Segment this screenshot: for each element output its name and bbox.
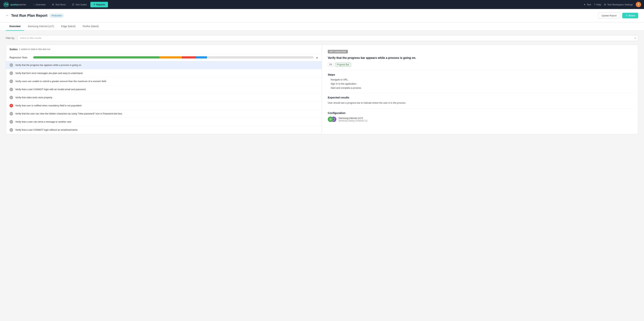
status-not-executed-icon: — xyxy=(10,120,13,124)
share-icon: ↗ xyxy=(626,14,628,17)
divider xyxy=(328,93,632,93)
page-header: ← Test Run Plan Report Production Update… xyxy=(0,9,644,22)
progress-segment-red xyxy=(182,56,196,59)
gear-small-icon: ⚙ xyxy=(52,3,54,6)
config-section-title: Configuration xyxy=(328,111,632,114)
tab-edge[interactable]: Edge (latest) xyxy=(58,22,79,31)
logo-text: qualitywatcher xyxy=(10,3,26,6)
overview-icon: ○ xyxy=(33,3,35,6)
status-not-executed-icon: — xyxy=(10,112,13,115)
snowflake-icon: ✦ xyxy=(584,3,586,6)
config-browser-name: Samsung Internet (v17) xyxy=(338,117,368,119)
tab-firefox[interactable]: Firefox (latest) xyxy=(79,22,102,31)
browser-icon xyxy=(328,117,333,122)
test-case-row[interactable]: — Verify that video tools work properly. xyxy=(6,94,322,102)
left-panel: Suites 1 suite/s in total in this test r… xyxy=(6,45,322,134)
steps-section-title: Steps xyxy=(328,73,632,76)
page-header-left: ← Test Run Plan Report Production xyxy=(6,14,64,18)
nav-help-item[interactable]: ? Help xyxy=(594,3,601,6)
tab-overview[interactable]: Overview xyxy=(6,22,24,31)
progress-segment-blue xyxy=(196,56,207,59)
suites-header: Suites 1 suite/s in total in this test r… xyxy=(6,45,322,54)
status-not-executed-icon: — xyxy=(10,80,13,83)
tabs-bar: Overview Samsung Internet (v17) Edge (la… xyxy=(0,22,644,31)
nav-item-overview[interactable]: ○ Overview xyxy=(30,2,48,7)
chevron-up-icon[interactable]: ▲ xyxy=(316,56,318,59)
chevron-down-icon: ▾ xyxy=(635,37,636,39)
test-case-text: Verify that video tools work properly. xyxy=(15,96,53,99)
list-item: Start and complete a process. xyxy=(330,87,632,89)
suite-name: Regression Tests xyxy=(10,56,31,59)
tags-row: P4 Progress Bar xyxy=(328,63,632,66)
tag-feature: Progress Bar xyxy=(335,63,351,66)
progress-segment-orange xyxy=(160,56,182,59)
nav-item-reports[interactable]: ↗ Reports xyxy=(90,2,108,7)
nav-items: ○ Overview ⚙ Test Runs ☰ Test Suites ↗ R… xyxy=(30,2,582,7)
gear-icon: ⚙ xyxy=(604,3,606,6)
status-not-executed-icon: — xyxy=(10,63,13,67)
test-case-row[interactable]: — Verify that the progress bar appears w… xyxy=(6,61,322,69)
test-case-row[interactable]: — Verify that a user can send a message … xyxy=(6,118,322,126)
page-title: Test Run Plan Report xyxy=(11,14,48,18)
logo-icon xyxy=(3,1,9,8)
expected-section-title: Expected results xyxy=(328,96,632,99)
environment-badge: Production xyxy=(50,14,64,18)
config-info: Samsung Internet (v17) Samsung Galaxy (A… xyxy=(338,117,368,122)
progress-segment-green xyxy=(33,56,160,59)
detail-title: Verify that the progress bar appears whi… xyxy=(328,56,632,60)
nav-item-test-suites[interactable]: ☰ Test Suites xyxy=(69,2,90,7)
filter-select[interactable]: Select to filter results ▾ xyxy=(18,35,638,41)
suites-count: 1 suite/s in total in this test run xyxy=(19,48,50,51)
user-avatar[interactable]: T xyxy=(636,2,641,7)
update-report-button[interactable]: Update Report xyxy=(598,13,620,19)
test-case-text: Verify that user is notified when mandat… xyxy=(15,104,82,107)
page-header-right: Update Report ↗ Share xyxy=(598,13,638,19)
tag-p4: P4 xyxy=(328,63,334,66)
test-case-row[interactable]: — Verify that a user CANNOT login with a… xyxy=(6,85,322,94)
test-case-text: Verify that the progress bar appears whi… xyxy=(15,64,82,67)
nav-right: ✦ Test ? Help ⚙ Test Workspace Settings … xyxy=(584,2,641,7)
steps-list: Navigate to URL. Sign In to the applicat… xyxy=(328,78,632,89)
test-case-row[interactable]: — Verify that form error messages are pl… xyxy=(6,69,322,77)
filter-label: Filter by: xyxy=(6,37,15,39)
tab-samsung[interactable]: Samsung Internet (v17) xyxy=(24,22,58,31)
test-case-row[interactable]: — Verify that the user can view the hidd… xyxy=(6,110,322,118)
test-case-row[interactable]: — Verify users are unable to submit a gr… xyxy=(6,77,322,85)
status-not-executed-icon: — xyxy=(10,128,13,132)
nav-test-item[interactable]: ✦ Test xyxy=(584,3,591,6)
test-case-text: Verify that a user CANNOT login with an … xyxy=(15,88,86,91)
list-item: Sign In to the application. xyxy=(330,82,632,85)
nav-workspace-item[interactable]: ⚙ Test Workspace Settings xyxy=(604,3,633,6)
config-device-name: Samsung Galaxy (Android 11) xyxy=(338,119,368,122)
list-item: Navigate to URL. xyxy=(330,78,632,81)
expected-text: User should see a progress bar to indica… xyxy=(328,101,632,105)
progress-segment-gray xyxy=(207,56,314,59)
main-split-panel: Suites 1 suite/s in total in this test r… xyxy=(6,45,638,134)
test-case-text: Verify that a user can send a message to… xyxy=(15,120,71,123)
suite-regression-row[interactable]: Regression Tests ▲ xyxy=(6,54,322,61)
nav-item-test-runs[interactable]: ⚙ Test Runs xyxy=(49,2,68,7)
status-badge: NOT EXECUTED xyxy=(328,50,348,53)
back-button[interactable]: ← xyxy=(6,14,9,18)
right-panel: NOT EXECUTED Verify that the progress ba… xyxy=(322,45,638,134)
status-failed-icon: ✕ xyxy=(10,104,13,107)
test-case-row[interactable]: ✕ Verify that user is notified when mand… xyxy=(6,102,322,110)
share-button[interactable]: ↗ Share xyxy=(622,13,638,18)
suites-title: Suites xyxy=(10,48,18,51)
logo[interactable]: qualitywatcher xyxy=(3,1,26,8)
list-icon: ☰ xyxy=(72,3,74,6)
status-not-executed-icon: — xyxy=(10,88,13,91)
filter-bar: Filter by: Select to filter results ▾ xyxy=(6,35,638,41)
top-navigation: qualitywatcher ○ Overview ⚙ Test Runs ☰ … xyxy=(0,0,644,9)
content-area: Filter by: Select to filter results ▾ Su… xyxy=(0,31,644,138)
help-icon: ? xyxy=(594,3,595,6)
test-case-text: Verify that a user CANNOT login without … xyxy=(15,128,78,131)
test-case-text: Verify users are unable to submit a grea… xyxy=(15,80,107,83)
status-not-executed-icon: — xyxy=(10,71,13,75)
suite-progress-bar xyxy=(33,56,314,59)
filter-placeholder: Select to filter results xyxy=(20,37,42,39)
config-browser-icons xyxy=(328,117,336,122)
status-not-executed-icon: — xyxy=(10,96,13,99)
test-case-text: Verify that form error messages are plai… xyxy=(15,72,83,75)
test-case-row[interactable]: — Verify that a user CANNOT login withou… xyxy=(6,126,322,134)
